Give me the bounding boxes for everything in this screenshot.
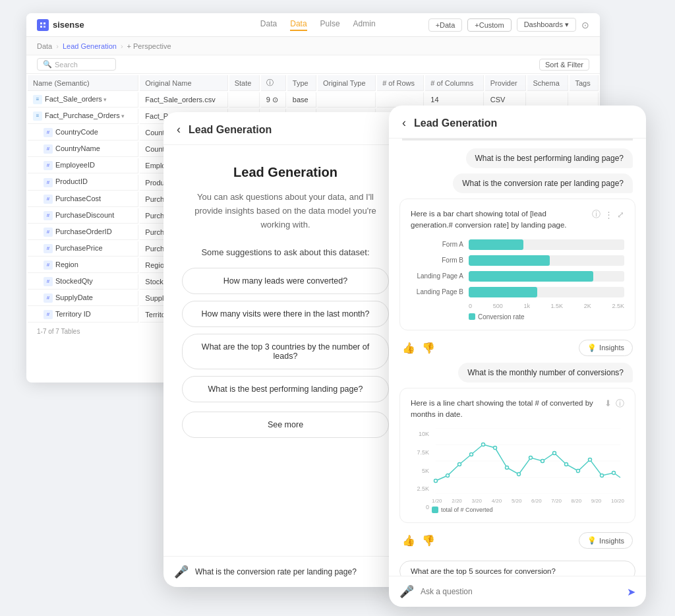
field-icon: # [44, 211, 53, 220]
suggestion-button-2[interactable]: How many visits were there in the last m… [182, 301, 389, 327]
suggestion-button-4[interactable]: What is the best performing landing page… [182, 376, 389, 402]
data-point [612, 472, 616, 475]
bar-chart-title: Here is a bar chart showing total of [le… [411, 208, 587, 231]
dislike-button-2[interactable]: 👎 [422, 534, 435, 547]
user-icon[interactable]: ⊙ [581, 20, 589, 30]
nav-tab-data[interactable]: Data [260, 19, 277, 31]
insights-icon-1: 💡 [587, 344, 597, 352]
phone-right-input-area: 🎤 ➤ [389, 576, 646, 607]
expand-arrow: ▾ [121, 113, 125, 119]
bar-chart-header: Here is a bar chart showing total of [le… [411, 208, 624, 231]
chat-bubble-3: What is the monthly number of conversion… [389, 363, 646, 383]
sub-row-name: #Region [28, 258, 138, 273]
search-icon: 🔍 [43, 60, 52, 69]
like-button-2[interactable]: 👍 [402, 534, 415, 547]
x-label: 4/20 [492, 498, 502, 504]
nav-tab-analytics[interactable]: Data [290, 19, 307, 31]
svg-rect-1 [44, 22, 45, 24]
breadcrumb-sep2: › [121, 42, 123, 50]
logo-text: sisense [53, 20, 84, 30]
phone-right-title: Lead Generation [414, 117, 497, 129]
feedback-row-2: 👍 👎 💡 Insights [389, 528, 646, 553]
bar-fill-2 [469, 255, 550, 266]
nav-actions: +Data +Custom Dashboards ▾ ⊙ [428, 18, 589, 32]
breadcrumb-perspective[interactable]: + Perspective [127, 42, 171, 50]
breadcrumb: Data › Lead Generation › + Perspective [26, 37, 600, 55]
insights-icon-2: 💡 [587, 536, 597, 545]
axis-500: 500 [493, 303, 503, 309]
phone-right: ‹ Lead Generation What is the best perfo… [389, 106, 646, 607]
sub-row-name: #PurchasePrice [28, 241, 138, 257]
phone-middle: ‹ Lead Generation Lead Generation You ca… [163, 112, 407, 587]
x-label: 9/20 [591, 498, 602, 504]
row-original: Fact_Sale_orders.csv [140, 92, 227, 108]
download-icon[interactable]: ⬇ [604, 398, 612, 408]
col-tags: Tags [570, 75, 599, 91]
col-name: Name (Semantic) [28, 75, 138, 91]
field-icon: # [44, 178, 53, 187]
chat-divider [402, 139, 633, 140]
info-icon[interactable]: ⓘ [592, 208, 601, 220]
field-icon: # [44, 244, 53, 253]
data-point [589, 458, 592, 462]
col-original-name: Original Name [140, 75, 227, 91]
add-custom-button[interactable]: +Custom [467, 18, 511, 32]
svg-rect-0 [40, 22, 42, 24]
nav-tabs: Data Data Pulse Admin [260, 19, 376, 31]
col-type: Type [287, 75, 316, 91]
col-rows: # of Rows [377, 75, 424, 91]
y-5k: 5K [411, 468, 429, 474]
back-button[interactable]: ‹ [177, 123, 181, 137]
row-type: base [287, 92, 316, 108]
phone-middle-body: Lead Generation You can ask questions ab… [163, 145, 407, 556]
bottom-suggestion-1[interactable]: What are the top 5 sources for conversio… [399, 561, 635, 576]
data-point [458, 463, 461, 466]
input-mic-icon: 🎤 [174, 565, 189, 579]
back-button-right[interactable]: ‹ [402, 116, 406, 130]
data-point [517, 473, 521, 476]
phone-right-body: What is the best performing landing page… [389, 139, 646, 576]
breadcrumb-lead-gen[interactable]: Lead Generation [63, 42, 117, 50]
col-state: State [229, 75, 260, 91]
data-point [553, 452, 556, 455]
expand-icon[interactable]: ⤢ [617, 210, 624, 220]
like-button-1[interactable]: 👍 [402, 342, 415, 354]
bar-track-2 [469, 255, 624, 266]
dislike-button-1[interactable]: 👎 [422, 342, 435, 354]
line-chart-wrapper: 10K 7.5K 5K 2.5K 0 [411, 428, 624, 513]
line-legend-label: total of # Converted [441, 507, 493, 513]
insights-button-1[interactable]: 💡 Insights [579, 340, 633, 356]
more-icon[interactable]: ⋮ [604, 210, 613, 220]
data-point [601, 474, 604, 477]
x-label: 2/20 [452, 498, 462, 504]
suggestion-button-1[interactable]: How many leads were converted? [182, 268, 389, 294]
nav-tab-admin[interactable]: Admin [353, 19, 376, 31]
sub-row-name: #PurchaseDiscount [28, 208, 138, 224]
info-icon-line[interactable]: ⓘ [616, 398, 624, 410]
chat-input[interactable] [195, 567, 382, 576]
row-state [229, 92, 260, 108]
phone-right-header: ‹ Lead Generation [389, 106, 646, 139]
chat-bubble-2: What is the conversion rate per landing … [389, 173, 646, 193]
nav-tab-pulse[interactable]: Pulse [320, 19, 340, 31]
chat-bubble-1: What is the best performing landing page… [389, 148, 646, 168]
insights-button-2[interactable]: 💡 Insights [579, 532, 633, 549]
chat-input-right[interactable] [421, 587, 620, 596]
bar-row-4: Landing Page B [411, 287, 624, 297]
data-point [506, 466, 509, 470]
see-more-button[interactable]: See more [182, 412, 389, 438]
row-name: ≡Fact_Sale_orders▾ [28, 92, 138, 108]
sort-filter-button[interactable]: Sort & Filter [539, 59, 589, 71]
line-chart-header: Here is a line chart showing the total #… [411, 398, 624, 421]
table-header-row: Name (Semantic) Original Name State ⓘ Ty… [28, 75, 599, 91]
suggestion-button-3[interactable]: What are the top 3 countries by the numb… [182, 334, 389, 369]
logo-icon [37, 19, 49, 31]
search-bar[interactable]: 🔍 Search [37, 58, 116, 71]
breadcrumb-data[interactable]: Data [37, 42, 52, 50]
legend-dot [469, 313, 475, 320]
send-button-right[interactable]: ➤ [627, 586, 635, 598]
bar-fill-3 [469, 271, 593, 282]
line-chart-svg-container: 1/20 2/20 3/20 4/20 5/20 6/20 7/20 8/20 … [432, 428, 624, 513]
add-data-button[interactable]: +Data [428, 18, 463, 32]
dashboards-button[interactable]: Dashboards ▾ [517, 18, 576, 32]
